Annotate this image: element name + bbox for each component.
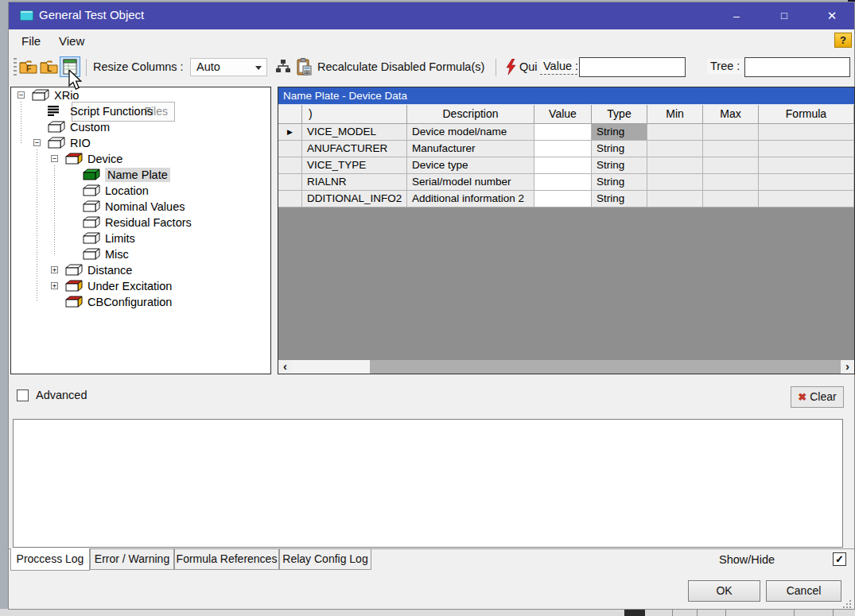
tree-structure-button[interactable]	[273, 56, 293, 77]
cell-type[interactable]: String	[592, 174, 647, 191]
cell-min[interactable]	[647, 124, 703, 141]
scroll-right-arrow[interactable]: ›	[841, 360, 854, 374]
cell-id[interactable]: VICE_MODEL	[302, 124, 407, 141]
cell-type[interactable]: String	[592, 157, 647, 174]
window-title: General Test Object	[39, 8, 144, 21]
row-marker[interactable]	[278, 157, 302, 174]
scrollbar-thumb[interactable]	[370, 360, 841, 374]
cell-formula[interactable]	[759, 157, 854, 174]
cell-id[interactable]: DDITIONAL_INFO2	[302, 191, 407, 207]
cell-value[interactable]	[534, 174, 592, 191]
recalculate-label[interactable]: Recalculate Disabled Formula(s)	[317, 60, 484, 73]
column-header-type[interactable]: Type	[592, 105, 647, 124]
cell-formula[interactable]	[759, 141, 854, 157]
show-hide-checkbox[interactable]: ✓	[833, 552, 846, 566]
cell-value[interactable]	[534, 124, 592, 141]
cell-max[interactable]	[703, 191, 759, 207]
cell-id[interactable]: VICE_TYPE	[302, 157, 407, 174]
cube-icon	[83, 232, 100, 244]
column-header-formula[interactable]: Formula	[759, 105, 854, 124]
resize-grip[interactable]	[841, 599, 852, 609]
chevron-down-icon	[255, 66, 262, 70]
process-log-output[interactable]	[13, 419, 843, 548]
cell-formula[interactable]	[759, 191, 854, 207]
cell-value[interactable]	[534, 157, 592, 174]
row-marker[interactable]	[278, 191, 302, 207]
close-button[interactable]: ✕	[822, 7, 841, 25]
horizontal-scrollbar[interactable]: ‹ ›	[278, 360, 854, 374]
cell-max[interactable]	[703, 141, 759, 157]
cell-min[interactable]	[647, 157, 703, 174]
menu-file[interactable]: File	[16, 33, 46, 49]
title-bar[interactable]: General Test Object – □ ✕	[9, 2, 854, 29]
cell-description[interactable]: Additional information 2	[407, 191, 534, 207]
column-header-description[interactable]: Description	[407, 105, 534, 124]
ok-button[interactable]: OK	[688, 580, 760, 602]
expand-icon[interactable]: +	[51, 266, 58, 273]
cell-type-selected[interactable]: String	[592, 124, 647, 141]
advanced-checkbox[interactable]	[17, 389, 29, 401]
expand-icon[interactable]: +	[51, 282, 58, 289]
recalculate-button[interactable]	[293, 56, 314, 77]
column-header-selector[interactable]	[278, 105, 302, 124]
general-test-object-window: General Test Object – □ ✕ File View ? F …	[8, 2, 855, 610]
row-marker[interactable]	[278, 141, 302, 157]
tree-input[interactable]	[744, 57, 850, 77]
scroll-left-arrow[interactable]: ‹	[278, 360, 292, 374]
toolbar-grip[interactable]	[14, 58, 17, 77]
cell-type[interactable]: String	[592, 141, 647, 157]
resize-columns-select[interactable]: Auto	[190, 58, 267, 76]
cube-icon	[65, 296, 83, 308]
tab-process-log[interactable]: Proccess Log	[10, 548, 90, 571]
advanced-label: Advanced	[36, 389, 87, 401]
cell-description[interactable]: Device model/name	[407, 124, 534, 141]
cube-icon	[65, 153, 83, 165]
row-marker[interactable]: ▶	[278, 124, 302, 141]
value-input[interactable]	[579, 57, 686, 77]
row-marker[interactable]	[278, 174, 302, 191]
open-f-button[interactable]: F	[18, 56, 39, 77]
collapse-icon[interactable]: −	[33, 139, 41, 146]
cell-min[interactable]	[647, 141, 703, 157]
cancel-button[interactable]: Cancel	[766, 580, 841, 602]
tab-relay-config-log[interactable]: Relay Config Log	[279, 549, 371, 570]
resize-columns-value: Auto	[196, 60, 220, 73]
cell-formula[interactable]	[759, 124, 854, 141]
collapse-icon[interactable]: −	[51, 155, 58, 162]
cell-description[interactable]: Manufacturer	[407, 141, 534, 157]
column-header-value[interactable]: Value	[534, 105, 592, 124]
cell-id[interactable]: RIALNR	[302, 174, 407, 191]
maximize-button[interactable]: □	[775, 7, 794, 25]
collapse-icon[interactable]: −	[17, 91, 25, 99]
mouse-cursor	[68, 70, 83, 91]
cell-description[interactable]: Device type	[407, 157, 534, 174]
cell-value[interactable]	[534, 191, 592, 207]
cell-id[interactable]: ANUFACTURER	[302, 141, 407, 157]
cell-min[interactable]	[647, 191, 703, 207]
cube-icon	[32, 89, 49, 101]
cell-max[interactable]	[703, 124, 759, 141]
cell-formula[interactable]	[759, 174, 854, 191]
cell-max[interactable]	[703, 157, 759, 174]
xrio-tree-panel[interactable]: Files − XRio Script Functions Custom − R…	[10, 87, 271, 374]
column-header-min[interactable]: Min	[647, 105, 703, 124]
menu-view[interactable]: View	[53, 33, 90, 49]
cell-value[interactable]	[534, 141, 592, 157]
cell-description[interactable]: Serial/model number	[407, 174, 534, 191]
toolbar: F L Resize Columns : Auto	[9, 52, 854, 83]
column-header-max[interactable]: Max	[703, 105, 759, 124]
clear-button[interactable]: ✖Clear	[791, 386, 844, 408]
cell-max[interactable]	[703, 174, 759, 191]
show-hide-label: Show/Hide	[719, 553, 775, 566]
cell-type[interactable]: String	[592, 191, 647, 207]
cube-icon	[83, 200, 100, 212]
tab-error-warning[interactable]: Error / Warning	[90, 549, 174, 570]
folder-l-icon: L	[40, 60, 59, 75]
open-l-button[interactable]: L	[39, 56, 60, 77]
column-header-id[interactable]: )	[302, 105, 407, 124]
help-button[interactable]: ?	[834, 33, 852, 48]
tab-formula-references[interactable]: Formula References	[174, 549, 279, 570]
minimize-button[interactable]: –	[727, 7, 746, 25]
cell-min[interactable]	[647, 174, 703, 191]
quick-test-button[interactable]	[500, 56, 521, 77]
